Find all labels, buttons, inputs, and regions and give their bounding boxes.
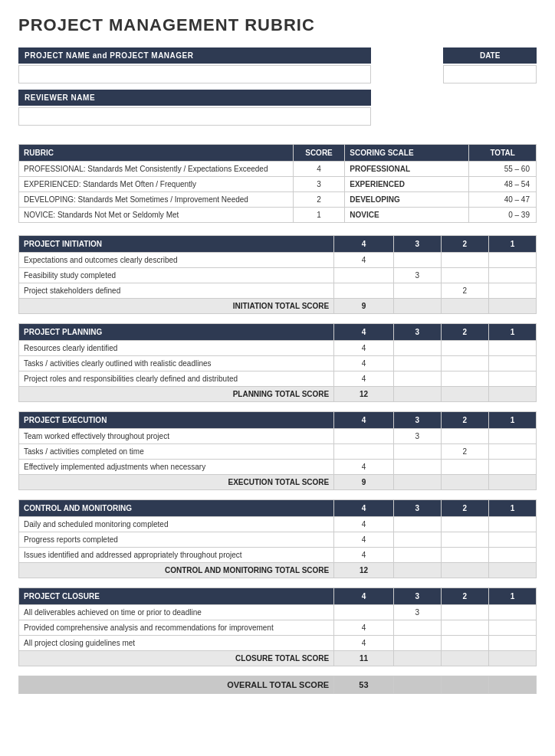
section-col2-0: 2 [441, 236, 488, 253]
row-label-2-2: Effectively implemented adjustments when… [19, 460, 334, 475]
row-s1-2-2 [488, 460, 536, 475]
scale-rubric: NOVICE: Standards Not Met or Seldomly Me… [19, 208, 294, 223]
row-s3-3-0 [393, 517, 441, 532]
page-title: PROJECT MANAGEMENT RUBRIC [18, 15, 537, 35]
section-header-3: CONTROL AND MONITORING 4 3 2 1 [19, 500, 537, 517]
row-score-0-0: 4 [334, 253, 394, 268]
section-header-2: PROJECT EXECUTION 4 3 2 1 [19, 412, 537, 429]
total-label-2: EXECUTION TOTAL SCORE [19, 475, 334, 490]
section-row-4-2: All project closing guidelines met 4 [19, 636, 537, 651]
section-row-2-0: Team worked effectively throughout proje… [19, 429, 537, 444]
section-name-4: PROJECT CLOSURE [19, 588, 334, 605]
section-col2-3: 2 [441, 500, 488, 517]
section-col4-4: 4 [334, 588, 394, 605]
row-s2-2-2 [441, 460, 488, 475]
row-s1-2-1 [488, 444, 536, 460]
row-label-2-1: Tasks / activities completed on time [19, 444, 334, 460]
row-s2-3-2 [441, 548, 488, 563]
overall-score: 53 [334, 676, 394, 694]
date-input[interactable] [443, 65, 537, 83]
row-score-2-2: 4 [334, 460, 394, 475]
row-s3-1-1 [393, 356, 441, 371]
row-score-0-2 [334, 283, 394, 299]
section-1: PROJECT PLANNING 4 3 2 1 Resources clear… [18, 323, 537, 402]
date-label: DATE [443, 47, 537, 64]
scale-table: RUBRIC SCORE SCORING SCALE TOTAL PROFESS… [18, 144, 537, 223]
section-col4-2: 4 [334, 412, 394, 429]
section-col1-2: 1 [488, 412, 536, 429]
row-s1-0-1 [488, 268, 536, 283]
section-table-3: CONTROL AND MONITORING 4 3 2 1 Daily and… [18, 499, 537, 578]
section-3: CONTROL AND MONITORING 4 3 2 1 Daily and… [18, 499, 537, 578]
row-s1-0-0 [488, 253, 536, 268]
section-row-4-1: Provided comprehensive analysis and reco… [19, 620, 537, 636]
scale-row: EXPERIENCED: Standards Met Often / Frequ… [19, 177, 537, 192]
row-s2-2-0 [441, 429, 488, 444]
section-col1-4: 1 [488, 588, 536, 605]
row-s3-2-2 [393, 460, 441, 475]
total-row-4: CLOSURE TOTAL SCORE 11 [19, 651, 537, 666]
section-col1-1: 1 [488, 324, 536, 341]
row-s1-4-2 [488, 636, 536, 651]
row-s1-0-2 [488, 283, 536, 299]
section-name-2: PROJECT EXECUTION [19, 412, 334, 429]
total-score-2: 9 [334, 475, 394, 490]
section-0: PROJECT INITIATION 4 3 2 1 Expectations … [18, 235, 537, 314]
section-col4-3: 4 [334, 500, 394, 517]
row-label-4-1: Provided comprehensive analysis and reco… [19, 620, 334, 636]
section-row-2-2: Effectively implemented adjustments when… [19, 460, 537, 475]
scale-total: 48 – 54 [469, 177, 537, 192]
section-row-2-1: Tasks / activities completed on time 2 [19, 444, 537, 460]
total-score-4: 11 [334, 651, 394, 666]
section-col1-3: 1 [488, 500, 536, 517]
row-s1-1-0 [488, 341, 536, 356]
rubric-header: RUBRIC [19, 145, 294, 162]
reviewer-input[interactable] [18, 107, 371, 126]
reviewer-label: REVIEWER NAME [18, 90, 371, 106]
row-s2-4-0 [441, 605, 488, 620]
row-score-4-0 [334, 605, 394, 620]
row-s3-1-0 [393, 341, 441, 356]
total-header: TOTAL [469, 145, 537, 162]
section-row-1-0: Resources clearly identified 4 [19, 341, 537, 356]
section-row-0-0: Expectations and outcomes clearly descri… [19, 253, 537, 268]
total-row-0: INITIATION TOTAL SCORE 9 [19, 299, 537, 314]
total-row-1: PLANNING TOTAL SCORE 12 [19, 387, 537, 402]
section-col4-1: 4 [334, 324, 394, 341]
scale-score: 3 [293, 177, 345, 192]
scale-header-row: RUBRIC SCORE SCORING SCALE TOTAL [19, 145, 537, 162]
section-row-4-0: All deliverables achieved on time or pri… [19, 605, 537, 620]
score-header: SCORE [293, 145, 345, 162]
scale-rubric: EXPERIENCED: Standards Met Often / Frequ… [19, 177, 294, 192]
row-label-1-0: Resources clearly identified [19, 341, 334, 356]
row-s2-3-0 [441, 517, 488, 532]
project-input[interactable] [18, 65, 371, 83]
row-score-0-1 [334, 268, 394, 283]
row-score-2-0 [334, 429, 394, 444]
section-name-1: PROJECT PLANNING [19, 324, 334, 341]
total-row-2: EXECUTION TOTAL SCORE 9 [19, 475, 537, 490]
section-table-2: PROJECT EXECUTION 4 3 2 1 Team worked ef… [18, 411, 537, 490]
row-s2-4-1 [441, 620, 488, 636]
row-s3-1-2 [393, 371, 441, 387]
total-label-0: INITIATION TOTAL SCORE [19, 299, 334, 314]
row-s2-0-1 [441, 268, 488, 283]
section-name-0: PROJECT INITIATION [19, 236, 334, 253]
section-col1-0: 1 [488, 236, 536, 253]
total-score-1: 12 [334, 387, 394, 402]
row-label-3-0: Daily and scheduled monitoring completed [19, 517, 334, 532]
total-label-1: PLANNING TOTAL SCORE [19, 387, 334, 402]
overall-table: OVERALL TOTAL SCORE 53 [18, 676, 537, 694]
scale-row: DEVELOPING: Standards Met Sometimes / Im… [19, 192, 537, 208]
row-s3-4-0: 3 [393, 605, 441, 620]
row-score-1-0: 4 [334, 341, 394, 356]
section-col3-3: 3 [393, 500, 441, 517]
total-row-3: CONTROL AND MONITORING TOTAL SCORE 12 [19, 563, 537, 578]
row-score-3-1: 4 [334, 532, 394, 548]
row-label-3-2: Issues identified and addressed appropri… [19, 548, 334, 563]
row-s1-3-0 [488, 517, 536, 532]
row-score-4-2: 4 [334, 636, 394, 651]
row-s2-4-2 [441, 636, 488, 651]
row-s3-3-1 [393, 532, 441, 548]
section-row-1-1: Tasks / activities clearly outlined with… [19, 356, 537, 371]
